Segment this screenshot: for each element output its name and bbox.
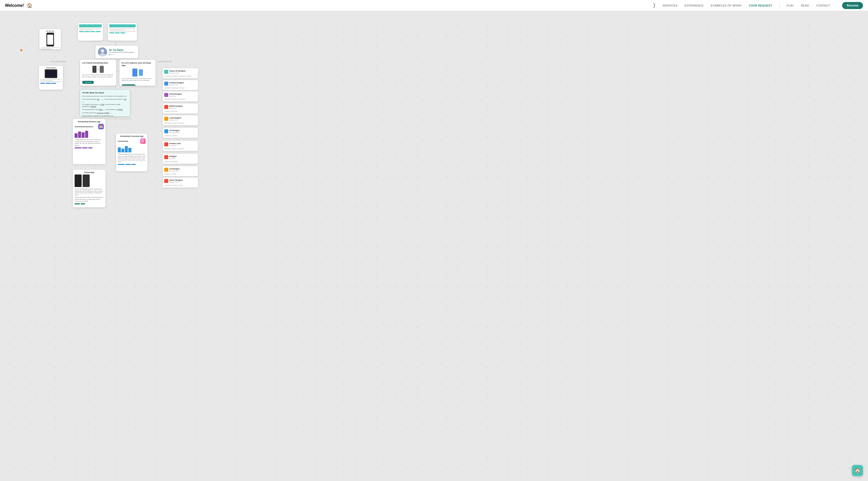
exp8-chips [164, 161, 196, 162]
e7c1 [164, 148, 171, 149]
line1 [79, 28, 102, 29]
tellme-line6: Please provide your email so I can get b… [82, 115, 128, 117]
exp4-logo [164, 105, 168, 109]
nav-play[interactable]: PLAY [786, 4, 794, 7]
schedulicity-consumer-card[interactable]: Schedulicity Consumer App Schedulicity 🗓… [116, 134, 148, 171]
about-chips [79, 31, 102, 32]
sched-con-bars [118, 145, 146, 152]
sched-con-title: Schedulicity Consumer App [118, 135, 146, 137]
sbc3 [88, 147, 93, 148]
exp10-header: Senior Designer February 2013 [164, 179, 196, 184]
theme-toggle[interactable]: ) [653, 2, 655, 8]
exp2-date: Summer 2022 [169, 84, 184, 86]
exp-card-1[interactable]: Senior UX Designer December 2022 [163, 68, 198, 78]
sl3 [40, 81, 62, 82]
solar-lines [40, 79, 62, 82]
exp-card-4[interactable]: Mobile Designer Winter 2021 [163, 103, 198, 114]
improve-app-card[interactable]: Or Let's Improve your Existing App Lorem… [119, 60, 156, 86]
fab-home-button[interactable]: 🏠 [852, 465, 863, 476]
exp3-info: UX/UI Designer March 2022 [169, 93, 182, 98]
e7c2 [171, 148, 176, 149]
nav-services[interactable]: SERVICES [662, 4, 677, 7]
cached-phones [74, 174, 104, 187]
cached-phone1 [74, 174, 82, 187]
exp10-info: Senior Designer February 2013 [169, 179, 183, 184]
exp8-date: July 2015 [169, 158, 177, 159]
schedulicity-business-card[interactable]: Schedulicity Business App Schedulicity B… [73, 119, 105, 164]
how-i-can-help-card[interactable] [108, 23, 137, 41]
tictac-screen [47, 35, 53, 45]
exp9-chips [164, 173, 196, 175]
exp-card-6[interactable]: UX Designer November 2020 [163, 128, 198, 138]
exp-card-8[interactable]: Designer July 2015 [163, 154, 198, 164]
cached-chips [74, 203, 104, 204]
resume-button[interactable]: Resume [842, 2, 863, 9]
sbc1 [74, 147, 82, 148]
tictac-lines [41, 47, 60, 49]
improve-button[interactable]: Let's improve [122, 84, 135, 86]
hl2 [109, 30, 125, 30]
sbc2 [82, 147, 88, 148]
cbar4 [128, 148, 131, 152]
nav-your-request[interactable]: YOUR REQUEST [749, 4, 772, 7]
exp1-title: Senior UX Designer [169, 70, 186, 72]
sched-con-chips [118, 164, 146, 165]
nav-experience[interactable]: EXPERIENCE [685, 4, 704, 7]
exp2-info: Product Designer Summer 2022 [169, 82, 184, 87]
cbar3 [125, 146, 128, 152]
e6c1 [164, 135, 171, 136]
exp-card-9[interactable]: UX Designer December 2014 [163, 166, 198, 176]
exp1-info: Senior UX Designer December 2022 [169, 70, 186, 75]
improve-phone [132, 68, 137, 76]
nav-examples[interactable]: EXAMPLES OF WORK [711, 4, 742, 7]
improve-phone2 [139, 69, 143, 76]
exp-card-3[interactable]: UX/UI Designer March 2022 [163, 91, 198, 101]
build-description: Lorem ipsum dolor sit amet, consectetur … [82, 74, 114, 78]
exp-card-10[interactable]: Senior Designer February 2013 [163, 178, 198, 188]
solar-monitor [45, 69, 57, 78]
exp3-header: UX/UI Designer March 2022 [164, 93, 196, 98]
nav-links: SERVICES EXPERIENCE EXAMPLES OF WORK YOU… [662, 2, 863, 9]
about-me-card[interactable] [78, 23, 103, 41]
exp5-header: Lead Designer February 2021 [164, 117, 196, 122]
cached-app-card[interactable]: Cached App The app accompanied me with a… [73, 170, 105, 207]
tl1 [41, 47, 60, 48]
tic-tac-toe-card[interactable]: Tic Tac Toe [39, 29, 61, 49]
sched-biz-icon: 📅 [98, 124, 104, 129]
sched-con-icon: 🗓 [140, 138, 146, 144]
bar4 [85, 131, 88, 138]
nav-contact[interactable]: CONTACT [816, 4, 830, 7]
tellme-line3: The budget for this project is: $ TBD. I… [82, 103, 128, 108]
exp-card-7[interactable]: Product Lead March 2015 [163, 141, 198, 151]
e8c1 [164, 161, 170, 162]
exp-card-5[interactable]: Lead Designer February 2021 [163, 115, 198, 125]
build-new-card[interactable]: Let's Build Something New + Lorem ipsum … [80, 60, 116, 86]
sched-con-header: Schedulicity 🗓 [118, 138, 146, 144]
solar-system-card[interactable]: Solar System [39, 66, 63, 90]
exp-card-2[interactable]: Product Designer Summer 2022 [163, 80, 198, 90]
home-nav-icon[interactable]: 🏠 [27, 3, 32, 8]
exp4-header: Mobile Designer Winter 2021 [164, 105, 196, 110]
sc2 [46, 83, 51, 84]
hc1 [109, 32, 114, 33]
exp10-title: Senior Designer [169, 179, 183, 181]
e1c2 [172, 75, 178, 77]
tell-me-card[interactable]: Tell Me What You Need Tell me what you w… [80, 89, 130, 117]
solar-title: Solar System [40, 67, 62, 68]
e1c3 [179, 75, 186, 77]
exp10-chips [164, 185, 196, 186]
exp6-header: UX Designer November 2020 [164, 129, 196, 134]
bar3 [82, 132, 85, 138]
nav-read[interactable]: READ [801, 4, 809, 7]
exp2-title: Product Designer [169, 82, 184, 84]
dario-card[interactable]: Hi, I'm Dario I'm a freelance and consul… [95, 46, 138, 58]
exp5-logo [164, 117, 168, 121]
e5c1 [164, 123, 172, 124]
build-button[interactable]: Let's build [82, 81, 94, 84]
e5c3 [178, 123, 184, 124]
exp8-info: Designer July 2015 [169, 155, 177, 160]
exp5-info: Lead Designer February 2021 [169, 117, 181, 122]
exp5-chips [164, 123, 196, 124]
svg-point-13 [101, 49, 104, 53]
exp8-title: Designer [169, 155, 177, 157]
